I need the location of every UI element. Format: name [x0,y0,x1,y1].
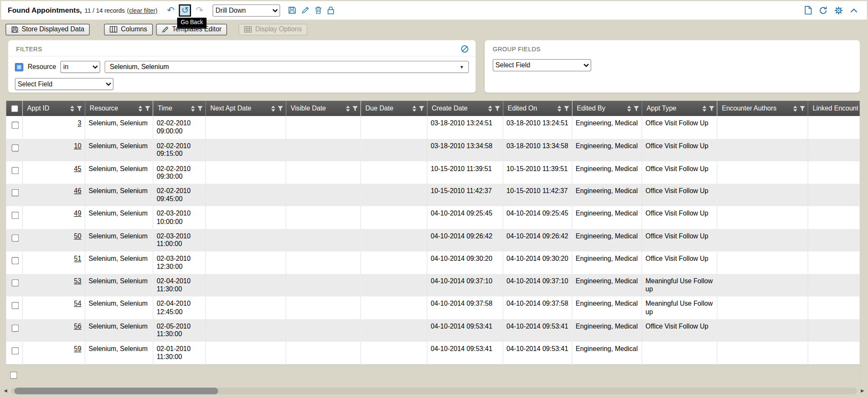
go-back-button[interactable]: ↺ [179,4,191,17]
edit-icon[interactable] [301,6,310,14]
filter-operator-select[interactable]: in [61,61,100,73]
column-label: Appt Type [647,105,701,112]
cell-resource: Selenium, Selenium [85,139,153,161]
clear-filter-link[interactable]: (clear filter) [127,7,158,14]
column-filter-icon[interactable] [709,105,715,111]
cell-due-date [361,229,427,252]
column-header-edited-on[interactable]: Edited On [503,101,572,116]
appt-id-link[interactable]: 10 [74,142,81,149]
appt-id-link[interactable]: 3 [78,119,81,127]
row-checkbox[interactable] [11,325,19,332]
row-checkbox[interactable] [11,212,19,219]
appt-id-link[interactable]: 53 [74,277,81,285]
delete-icon[interactable] [314,6,322,14]
cell-time: 02-02-2010 09:30:00 [153,161,206,184]
column-header-time[interactable]: Time [153,101,206,116]
sort-icon[interactable] [702,105,707,112]
column-header-appt-id[interactable]: Appt ID [22,101,85,116]
appt-id-link[interactable]: 45 [74,165,81,172]
store-displayed-data-button[interactable]: Store Displayed Data [6,24,90,35]
sort-icon[interactable] [793,105,798,112]
row-checkbox[interactable] [11,302,19,309]
sort-icon[interactable] [138,105,143,112]
settings-gear-icon[interactable] [834,6,843,15]
footer-row-checkbox[interactable] [10,371,17,379]
sort-icon[interactable] [271,105,276,112]
sort-icon[interactable] [557,105,562,112]
columns-button[interactable]: Columns [104,24,153,35]
undo-icon[interactable]: ↶ [165,5,176,16]
cell-edited-by: Engineering, Medical [572,229,642,252]
sort-icon[interactable] [70,105,75,112]
refresh-icon[interactable] [819,6,828,15]
add-filter-field-select[interactable]: Select Field [15,78,113,90]
sort-icon[interactable] [345,105,351,112]
scroll-right-icon[interactable]: ► [860,388,865,394]
drill-down-select[interactable]: Drill Down [213,4,280,17]
column-header-next-apt-date[interactable]: Next Apt Date [206,101,286,116]
cell-due-date [361,274,427,296]
row-checkbox[interactable] [11,257,19,264]
cell-encounter-authors [717,184,808,206]
sort-icon[interactable] [488,105,493,112]
sort-icon[interactable] [190,105,195,112]
appt-id-link[interactable]: 56 [74,323,81,330]
row-checkbox[interactable] [11,167,19,174]
cell-resource: Selenium, Selenium [85,342,153,365]
document-icon[interactable] [804,6,812,15]
column-header-appt-type[interactable]: Appt Type [642,101,717,116]
scrollbar-thumb[interactable] [14,388,218,395]
column-header-linked-encounters[interactable]: Linked Encounters [808,101,860,116]
column-filter-icon[interactable] [352,105,358,111]
row-checkbox[interactable] [11,235,19,242]
column-header-resource[interactable]: Resource [85,101,153,116]
appt-id-link[interactable]: 50 [74,232,81,240]
row-checkbox[interactable] [11,347,19,354]
column-header-due-date[interactable]: Due Date [361,101,427,116]
column-filter-icon[interactable] [633,105,639,111]
column-header-edited-by[interactable]: Edited By [572,101,642,116]
cell-resource: Selenium, Selenium [85,229,153,252]
column-filter-icon[interactable] [418,105,424,111]
column-filter-icon[interactable] [197,105,203,111]
row-checkbox[interactable] [11,189,19,196]
cell-next-apt-date [206,161,286,184]
column-filter-icon[interactable] [494,105,500,111]
scrollbar-track[interactable] [11,388,857,395]
sort-icon[interactable] [412,105,417,112]
sort-icon[interactable] [860,105,860,112]
collapse-chevron-up-icon[interactable] [850,8,858,13]
appt-id-link[interactable]: 46 [74,187,81,195]
column-filter-icon[interactable] [564,105,570,111]
appt-id-link[interactable]: 59 [74,345,81,353]
go-forward-icon[interactable]: ↷ [194,5,205,16]
clear-filters-icon[interactable] [461,45,469,53]
column-header-create-date[interactable]: Create Date [427,101,503,116]
filters-header: FILTERS [8,40,476,56]
column-filter-icon[interactable] [145,105,150,111]
column-filter-icon[interactable] [799,105,805,111]
row-checkbox[interactable] [11,122,19,129]
save-icon[interactable] [288,6,297,14]
column-filter-icon[interactable] [76,105,82,111]
row-checkbox[interactable] [11,144,19,152]
column-header-visible-date[interactable]: Visible Date [286,101,361,116]
horizontal-scrollbar: ◄ ► [0,387,868,395]
row-checkbox[interactable] [11,279,19,287]
filter-value-select[interactable]: Selenium, Selenium ▼ [105,61,469,73]
scroll-left-icon[interactable]: ◄ [3,388,8,394]
select-all-checkbox[interactable] [11,105,18,112]
column-header-encounter-authors[interactable]: Encounter Authors [717,101,808,116]
cell-resource: Selenium, Selenium [85,184,153,206]
appt-id-link[interactable]: 49 [74,210,81,217]
appt-id-link[interactable]: 51 [74,255,81,263]
lock-icon[interactable] [327,6,334,14]
row-select-cell [6,342,22,365]
cell-create-date: 04-10-2014 09:30:20 [427,252,503,274]
filter-checkbox[interactable] [15,63,23,71]
filter-panels: FILTERS Resource in Selenium, Selenium ▼… [8,40,860,93]
sort-icon[interactable] [627,105,632,112]
appt-id-link[interactable]: 54 [74,300,81,307]
column-filter-icon[interactable] [277,105,283,111]
group-field-select[interactable]: Select Field [492,59,591,72]
